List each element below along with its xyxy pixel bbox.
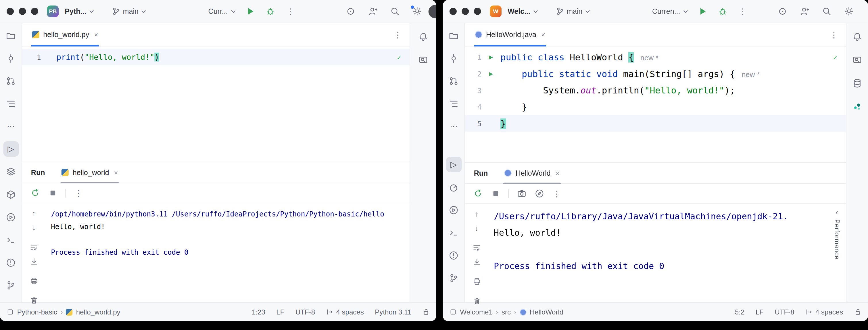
- terminal-icon[interactable]: [446, 225, 461, 240]
- rerun-icon[interactable]: [470, 186, 485, 201]
- terminal-icon[interactable]: [3, 232, 19, 247]
- version-control-icon[interactable]: [446, 270, 461, 286]
- line-ending[interactable]: LF: [755, 308, 764, 316]
- pull-requests-icon[interactable]: [446, 73, 461, 89]
- run-button[interactable]: [695, 4, 710, 19]
- console-output[interactable]: /Users/ruffo/Library/Java/JavaVirtualMac…: [488, 204, 846, 302]
- invite-user-icon[interactable]: [797, 4, 811, 19]
- profiler-icon[interactable]: [446, 179, 461, 195]
- more-actions-icon[interactable]: ⋮: [736, 4, 750, 19]
- breadcrumb-project[interactable]: Welcome1: [460, 308, 493, 316]
- editor-tab[interactable]: HelloWorld.java ×: [469, 23, 551, 46]
- next-trace-icon[interactable]: ↓: [27, 221, 40, 234]
- python-packages-icon[interactable]: [3, 164, 19, 179]
- clear-console-icon[interactable]: [470, 294, 483, 307]
- close-run-tab-icon[interactable]: ×: [114, 169, 118, 176]
- soft-wrap-icon[interactable]: [27, 240, 40, 253]
- code-line[interactable]: 5}: [465, 115, 846, 132]
- close-tab-icon[interactable]: ×: [94, 31, 98, 38]
- breadcrumb[interactable]: Welcome1 › src › HelloWorld: [450, 308, 563, 316]
- close-tab-icon[interactable]: ×: [541, 31, 545, 38]
- branch-widget[interactable]: main: [554, 5, 592, 17]
- clear-console-icon[interactable]: [27, 294, 40, 307]
- prev-trace-icon[interactable]: ↑: [27, 206, 40, 220]
- run-options-icon[interactable]: ⋮: [71, 186, 86, 200]
- project-widget[interactable]: Pyth...: [63, 5, 97, 17]
- close-window-button[interactable]: [7, 8, 14, 15]
- dependencies-icon[interactable]: [3, 186, 19, 202]
- run-config-widget[interactable]: Curr...: [206, 5, 238, 17]
- notifications-bell-icon[interactable]: [415, 29, 431, 44]
- tab-options-icon[interactable]: ⋮: [394, 30, 402, 40]
- project-folder-icon[interactable]: [446, 28, 461, 43]
- more-tools-icon[interactable]: ⋯: [3, 118, 19, 134]
- next-trace-icon[interactable]: ↓: [470, 221, 483, 235]
- caret-position[interactable]: 5:2: [735, 308, 744, 316]
- inspection-ok-icon[interactable]: ✓: [833, 53, 838, 61]
- debug-button[interactable]: [716, 4, 730, 19]
- caret-position[interactable]: 1:23: [252, 308, 265, 316]
- services-icon[interactable]: [3, 209, 19, 225]
- scroll-to-end-icon[interactable]: [470, 255, 483, 269]
- code-line[interactable]: 3 System.out.println("Hello, world!");: [465, 82, 846, 99]
- print-icon[interactable]: [27, 274, 40, 287]
- more-actions-icon[interactable]: ⋮: [283, 4, 298, 19]
- breadcrumb-file[interactable]: hello_world.py: [76, 308, 120, 316]
- run-options-icon[interactable]: ⋮: [550, 186, 564, 201]
- run-tool-icon[interactable]: ▷: [446, 157, 461, 172]
- commit-icon[interactable]: [446, 50, 461, 66]
- unlock-icon[interactable]: [423, 308, 430, 316]
- ai-assistant-icon[interactable]: [849, 99, 865, 114]
- structure-icon[interactable]: [446, 96, 461, 111]
- minimize-window-button[interactable]: [462, 8, 469, 15]
- search-icon[interactable]: [388, 4, 402, 19]
- run-tab[interactable]: hello_world ×: [60, 162, 119, 183]
- lock-icon[interactable]: [854, 308, 861, 316]
- soft-wrap-icon[interactable]: [470, 241, 483, 254]
- commit-icon[interactable]: [3, 50, 19, 66]
- search-icon[interactable]: [819, 4, 834, 19]
- code-line[interactable]: 2▶ public static void main(String[] args…: [465, 65, 846, 82]
- profiler-camera-icon[interactable]: [514, 186, 529, 201]
- code-editor[interactable]: ✓ 1print("Hello, world!"): [22, 47, 409, 162]
- branch-widget[interactable]: main: [110, 5, 148, 17]
- invite-user-icon[interactable]: [365, 4, 380, 19]
- run-config-widget[interactable]: Curren...: [650, 5, 690, 17]
- stop-icon[interactable]: [488, 186, 503, 201]
- zoom-window-button[interactable]: [474, 8, 481, 15]
- close-window-button[interactable]: [450, 8, 457, 15]
- indent-widget[interactable]: 4 spaces: [805, 308, 843, 316]
- code-editor[interactable]: ✓ 1▶public class HelloWorld {new *2▶ pub…: [465, 47, 846, 162]
- line-ending[interactable]: LF: [276, 308, 284, 316]
- close-run-tab-icon[interactable]: ×: [556, 169, 560, 177]
- run-line-icon[interactable]: ▶: [482, 53, 500, 61]
- interpreter-widget[interactable]: Python 3.11: [375, 308, 411, 316]
- code-with-me-icon[interactable]: [775, 4, 789, 19]
- breadcrumb-file[interactable]: HelloWorld: [530, 308, 563, 316]
- inspection-ok-icon[interactable]: ✓: [397, 53, 401, 61]
- project-widget[interactable]: Welc...: [505, 5, 540, 17]
- run-button[interactable]: [243, 4, 258, 19]
- project-folder-icon[interactable]: [3, 28, 19, 43]
- editor-tab[interactable]: hello_world.py ×: [26, 23, 103, 46]
- services-icon[interactable]: [446, 202, 461, 218]
- print-icon[interactable]: [470, 274, 483, 288]
- structure-icon[interactable]: [3, 96, 19, 111]
- code-line[interactable]: 1print("Hello, world!"): [22, 49, 409, 65]
- scroll-left-icon[interactable]: ‹: [836, 208, 838, 216]
- avatar[interactable]: [429, 5, 436, 18]
- zoom-window-button[interactable]: [31, 8, 38, 15]
- titlebar[interactable]: W Welc... main Curren... ⋮: [443, 0, 868, 23]
- titlebar[interactable]: PB Pyth... main Curr... ⋮: [0, 0, 436, 23]
- database-icon[interactable]: [849, 75, 865, 91]
- run-tab[interactable]: HelloWorld ×: [503, 163, 560, 183]
- breadcrumb[interactable]: Python-basic › hello_world.py: [7, 308, 120, 316]
- breadcrumb-dir[interactable]: src: [501, 308, 511, 316]
- performance-tool-window-tab[interactable]: Performance: [833, 219, 841, 260]
- code-line[interactable]: 1▶public class HelloWorld {new *: [465, 49, 846, 65]
- minimize-window-button[interactable]: [19, 8, 26, 15]
- tab-options-icon[interactable]: ⋮: [830, 30, 838, 40]
- notifications-bell-icon[interactable]: [849, 29, 865, 44]
- prev-trace-icon[interactable]: ↑: [470, 207, 483, 220]
- encoding[interactable]: UTF-8: [296, 308, 315, 316]
